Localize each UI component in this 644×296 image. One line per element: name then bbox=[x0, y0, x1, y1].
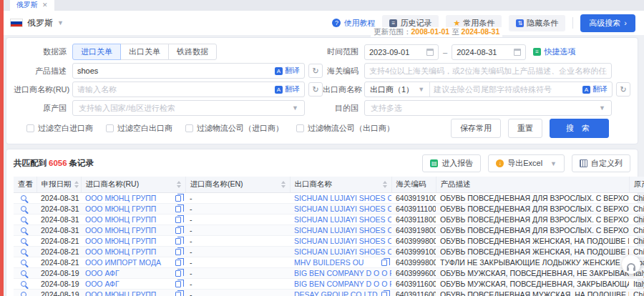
export-excel-button[interactable]: ↓ 导出Excel ▼ bbox=[488, 154, 565, 172]
importer-ru-link[interactable]: ООО МЮНЦ ГРУПП bbox=[85, 204, 156, 213]
importer-ru-link[interactable]: ООО МЮНЦ ГРУПП bbox=[85, 237, 156, 245]
translate-button[interactable]: A 翻译 bbox=[275, 66, 300, 76]
advanced-search-button[interactable]: 高级搜索 › bbox=[580, 14, 635, 32]
end-date-input[interactable]: 2024-08-31 bbox=[452, 44, 526, 60]
origin-placeholder: 支持输入国家/地区进行检索 bbox=[79, 103, 175, 114]
search-button[interactable]: 搜 索 bbox=[550, 119, 609, 138]
copy-icon[interactable] bbox=[381, 260, 387, 266]
filter-checkbox-2[interactable]: 过滤物流公司（进口商） bbox=[185, 123, 283, 134]
origin-country-select[interactable]: 支持输入国家/地区进行检索 ▼ bbox=[72, 100, 305, 116]
product-desc-input[interactable] bbox=[77, 66, 271, 75]
view-detail-icon[interactable] bbox=[21, 195, 26, 201]
filter-checkbox-1[interactable]: 过滤空白出口商 bbox=[106, 123, 172, 134]
importer-ru-wrap: ООО ИМПОРТ МОДА bbox=[85, 258, 181, 267]
sort-icon[interactable] bbox=[74, 181, 79, 188]
start-date-input[interactable]: 2023-09-01 bbox=[364, 44, 439, 60]
exporter-link[interactable]: DESAY GROUP CO LTD bbox=[294, 290, 378, 296]
importer-ru-link[interactable]: ООО АФГ bbox=[85, 269, 119, 277]
checkbox-icon[interactable] bbox=[106, 124, 114, 132]
tab-railway-data[interactable]: 铁路数据 bbox=[168, 44, 217, 60]
translate-button[interactable]: A 翻译 bbox=[582, 84, 608, 94]
save-favorite-button[interactable]: 保存常用 bbox=[451, 119, 501, 138]
exporter-link[interactable]: SICHUAN LUJIAYI SHOES CO LTD bbox=[294, 237, 391, 245]
exporter-link[interactable]: BIG BEN COMPANY D O O FROM BEST T bbox=[294, 280, 391, 288]
tab-russia[interactable]: 俄罗斯 ✕ bbox=[10, 0, 54, 11]
importer-ru-link[interactable]: ООО МЮНЦ ГРУПП bbox=[85, 290, 156, 296]
importer-ru-link[interactable]: ООО МЮНЦ ГРУПП bbox=[85, 247, 156, 256]
exporter-link[interactable]: BIG BEN COMPANY D O O FROM BEST T bbox=[294, 269, 391, 277]
copy-icon[interactable] bbox=[175, 238, 181, 245]
sort-icon[interactable] bbox=[177, 181, 181, 188]
copy-icon[interactable] bbox=[175, 260, 181, 266]
country-selector[interactable]: 俄罗斯 ▼ bbox=[10, 17, 64, 29]
checkbox-icon[interactable] bbox=[296, 124, 304, 132]
column-header-4[interactable]: 出口商名称 bbox=[290, 177, 391, 193]
importer-ru-link[interactable]: ООО АФГ bbox=[85, 280, 119, 288]
copy-icon[interactable] bbox=[175, 195, 181, 202]
exporter-link[interactable]: SICHUAN LUJIAYI SHOES CO LTD bbox=[294, 247, 391, 256]
exporter-link[interactable]: SICHUAN LUJIAYI SHOES CO LTD bbox=[294, 194, 391, 202]
column-header-7: 原产国 bbox=[629, 177, 644, 193]
view-detail-icon[interactable] bbox=[21, 238, 26, 244]
copy-icon[interactable] bbox=[175, 292, 181, 296]
view-detail-icon[interactable] bbox=[21, 227, 26, 233]
copy-icon[interactable] bbox=[175, 281, 181, 287]
exporter-link[interactable]: SICHUAN LUJIAYI SHOES CO LTD bbox=[294, 204, 391, 213]
sort-icon[interactable] bbox=[383, 181, 387, 188]
origin-country-label: 原产国 bbox=[14, 103, 72, 114]
translate-button[interactable]: A 翻译 bbox=[275, 84, 300, 94]
importer-input[interactable] bbox=[77, 85, 271, 94]
exporter-type-select[interactable]: 出口商（1） ▼ bbox=[365, 82, 430, 97]
customer-service-float-button[interactable] bbox=[622, 255, 640, 274]
tab-title: 俄罗斯 bbox=[16, 0, 38, 10]
column-header-2[interactable]: 进口商名称(RU) bbox=[81, 177, 185, 193]
filter-checkbox-3[interactable]: 过滤物流公司（出口商） bbox=[296, 123, 394, 134]
tab-import-declarations[interactable]: 进口关单 bbox=[72, 44, 121, 60]
importer-ru-link[interactable]: ООО ИМПОРТ МОДА bbox=[85, 258, 161, 267]
view-detail-icon[interactable] bbox=[21, 281, 26, 287]
importer-en-cell: - bbox=[185, 225, 290, 236]
results-table-body: 2024-08-31ООО МЮНЦ ГРУПП-SICHUAN LUJIAYI… bbox=[14, 193, 644, 296]
importer-history-button[interactable]: ↻ bbox=[308, 82, 323, 97]
view-detail-icon[interactable] bbox=[21, 249, 26, 255]
exporter-link[interactable]: MHV BUILDERS OU bbox=[294, 258, 364, 267]
exporter-link[interactable]: SICHUAN LUJIAYI SHOES CO LTD bbox=[294, 215, 391, 224]
view-detail-icon[interactable] bbox=[21, 270, 26, 276]
view-cell bbox=[14, 204, 36, 214]
hs-code-input[interactable] bbox=[369, 66, 607, 75]
copy-icon[interactable] bbox=[381, 292, 387, 296]
reset-button[interactable]: 重置 bbox=[508, 119, 542, 138]
filter-checkbox-0[interactable]: 过滤空白进口商 bbox=[26, 123, 93, 134]
exporter-history-button[interactable]: ↻ bbox=[616, 82, 630, 97]
copy-icon[interactable] bbox=[175, 227, 181, 234]
customize-columns-button[interactable]: 自定义列 bbox=[572, 154, 630, 172]
column-header-1[interactable]: 申报日期 bbox=[36, 177, 81, 193]
importer-ru-link[interactable]: ООО МЮНЦ ГРУПП bbox=[85, 215, 156, 224]
importer-ru-link[interactable]: ООО МЮНЦ ГРУПП bbox=[85, 226, 156, 235]
tutorial-link[interactable]: ? 使用教程 bbox=[332, 18, 375, 29]
exporter-wrap: DESAY GROUP CO LTD bbox=[294, 290, 387, 296]
view-detail-icon[interactable] bbox=[21, 217, 26, 222]
tab-close-icon[interactable]: ✕ bbox=[42, 1, 48, 9]
copy-icon[interactable] bbox=[175, 217, 181, 223]
copy-icon[interactable] bbox=[175, 206, 181, 212]
tab-export-declarations[interactable]: 出口关单 bbox=[120, 44, 169, 60]
checkbox-icon[interactable] bbox=[26, 124, 34, 132]
exporter-input[interactable] bbox=[434, 85, 579, 94]
view-detail-icon[interactable] bbox=[21, 260, 26, 265]
view-detail-icon[interactable] bbox=[21, 206, 26, 212]
copy-icon[interactable] bbox=[175, 249, 181, 255]
checkbox-icon[interactable] bbox=[185, 124, 193, 132]
column-header-3[interactable]: 进口商名称(EN) bbox=[185, 177, 290, 193]
enter-report-button[interactable]: ▤ 进入报告 bbox=[422, 154, 481, 172]
product-desc-history-button[interactable]: ↻ bbox=[308, 64, 323, 78]
view-detail-icon[interactable] bbox=[21, 292, 26, 296]
headset-icon bbox=[627, 263, 635, 269]
copy-icon[interactable] bbox=[175, 270, 181, 277]
sort-icon[interactable] bbox=[281, 181, 286, 188]
hide-conditions-button[interactable]: ⇅ 隐藏条件 bbox=[509, 15, 565, 31]
destination-country-select[interactable]: 支持多选 ▼ bbox=[364, 100, 612, 116]
importer-ru-link[interactable]: ООО МЮНЦ ГРУПП bbox=[85, 194, 156, 202]
quick-options-link[interactable]: ≡ 快捷选项 bbox=[533, 46, 575, 57]
exporter-link[interactable]: SICHUAN LUJIAYI SHOES CO LTD bbox=[294, 226, 391, 235]
